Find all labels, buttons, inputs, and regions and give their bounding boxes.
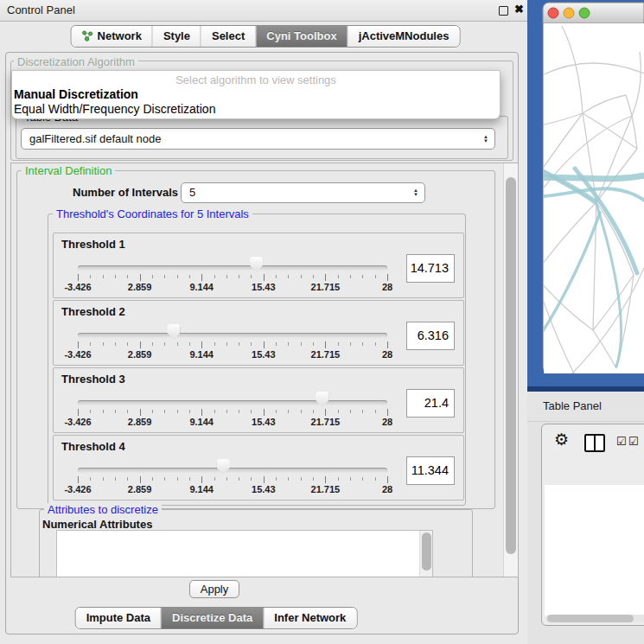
tick-mark [103, 275, 104, 278]
tab-infer-network[interactable]: Infer Network [264, 608, 356, 628]
threshold-value-input[interactable]: 14.713 [406, 254, 455, 283]
tick-mark [251, 410, 252, 413]
slider-track[interactable] [78, 468, 387, 473]
tick-mark [288, 410, 289, 413]
threshold-label: Threshold 1 [61, 238, 125, 251]
close-panel-icon[interactable]: ✖ [514, 3, 524, 16]
tab-network[interactable]: Network [72, 26, 153, 47]
tick-mark [387, 476, 388, 483]
tick-label: -3.426 [64, 484, 91, 494]
checkbox-icon[interactable]: ☑ [616, 435, 627, 448]
tick-mark [313, 275, 314, 278]
number-of-intervals-combobox[interactable]: 5 ▲▼ [181, 182, 425, 203]
scrollbar-thumb[interactable] [422, 532, 431, 571]
gear-icon[interactable]: ⚙ [554, 430, 569, 450]
table-data-combobox[interactable]: galFiltered.sif default node ▲▼ [21, 128, 495, 150]
tick-mark [276, 342, 277, 346]
table-horizontal-scrollbar[interactable] [545, 615, 644, 622]
tick-mark [313, 342, 314, 346]
tick-mark [288, 342, 289, 346]
application-window: Control Panel ✖ NetworkStyleSelectCyni T… [0, 0, 644, 644]
tick-label: 21.715 [311, 282, 341, 292]
tab-discretize-data[interactable]: Discretize Data [162, 608, 264, 628]
tick-mark [301, 410, 302, 413]
tick-label: 9.144 [189, 417, 214, 427]
tick-mark [177, 410, 178, 413]
control-panel-tabs: NetworkStyleSelectCyni ToolboxjActiveMNo… [71, 25, 461, 48]
threshold-value-input[interactable]: 21.4 [406, 389, 455, 418]
slider-track[interactable] [78, 265, 387, 271]
minimize-window-button[interactable] [564, 8, 574, 18]
tick-mark [140, 274, 141, 281]
apply-button[interactable]: Apply [189, 580, 239, 598]
tab-impute-data[interactable]: Impute Data [76, 608, 162, 628]
tick-mark [189, 275, 190, 278]
tick-label: 28 [382, 417, 392, 427]
tick-mark [375, 342, 376, 346]
tick-mark [140, 341, 141, 348]
tick-mark [325, 409, 326, 416]
tick-mark [375, 275, 376, 278]
tab-label: Cyni Toolbox [266, 29, 336, 42]
popup-option-equal-width-frequency[interactable]: Equal Width/Frequency Discretization [14, 102, 215, 116]
tick-mark [264, 409, 265, 416]
zoom-window-button[interactable] [579, 8, 590, 18]
tick-mark [226, 275, 227, 278]
scrollbar-thumb[interactable] [506, 177, 516, 554]
tick-mark [338, 410, 339, 413]
right-dock: Table Panel ⚙ ☑ ☑ [527, 0, 644, 644]
tick-label: 15.43 [252, 349, 276, 360]
settings-scrollbar[interactable] [503, 163, 518, 577]
threshold-value-input[interactable]: 11.344 [406, 456, 455, 485]
tick-mark [375, 477, 376, 481]
tick-mark [288, 477, 289, 481]
tick-mark [115, 477, 116, 481]
attributes-group-title: Attributes to discretize [44, 503, 162, 516]
slider-track[interactable] [78, 400, 387, 405]
tick-label: 9.144 [189, 282, 214, 292]
tick-mark [189, 410, 190, 413]
discretization-algorithm-title: Discretization Algorithm [14, 55, 138, 68]
tick-mark [301, 342, 302, 346]
tick-label: 9.144 [189, 349, 214, 360]
tab-jactivemnodules[interactable]: jActiveMNodules [348, 26, 460, 47]
list-scrollbar[interactable] [419, 531, 432, 577]
tick-mark [201, 409, 202, 416]
tick-mark [276, 275, 277, 278]
table-panel-title: Table Panel [543, 399, 602, 412]
tick-mark [338, 477, 339, 481]
float-panel-icon[interactable] [499, 6, 508, 16]
tab-select[interactable]: Select [201, 26, 256, 47]
tick-mark [375, 410, 376, 413]
tick-mark [276, 410, 277, 413]
checkbox-icon[interactable]: ☑ [628, 435, 639, 448]
tick-mark [103, 342, 104, 346]
close-window-button[interactable] [548, 8, 558, 18]
tick-label: 2.859 [128, 282, 152, 292]
network-icon [82, 30, 93, 41]
tab-style[interactable]: Style [153, 26, 201, 47]
threshold-label: Threshold 3 [61, 373, 125, 386]
algorithm-placeholder: Select algorithm to view settings [12, 73, 500, 86]
scrollbar-thumb[interactable] [547, 615, 634, 622]
tab-cyni-toolbox[interactable]: Cyni Toolbox [256, 26, 348, 47]
tick-mark [387, 341, 388, 348]
threshold-value-input[interactable]: 6.316 [406, 322, 455, 350]
tick-label: 21.715 [311, 484, 341, 494]
tick-mark [214, 410, 215, 413]
tab-label: Network [98, 29, 142, 42]
tick-mark [103, 410, 104, 413]
slider-track[interactable] [78, 333, 387, 338]
tick-mark [226, 410, 227, 413]
tick-mark [251, 275, 252, 278]
tick-mark [164, 477, 165, 481]
threshold-group-3: Threshold 3-3.4262.8599.14415.4321.71528… [53, 367, 464, 433]
tick-mark [239, 342, 239, 346]
threshold-group-1: Threshold 1-3.4262.8599.14415.4321.71528… [53, 233, 464, 298]
column-layout-icon[interactable] [584, 434, 605, 452]
number-of-intervals-label: Number of Intervals [73, 186, 178, 199]
tick-label: 28 [382, 484, 392, 494]
tick-label: 9.144 [189, 484, 214, 494]
tick-label: 2.859 [128, 484, 152, 494]
popup-option-manual-discretization[interactable]: Manual Discretization [14, 87, 138, 101]
